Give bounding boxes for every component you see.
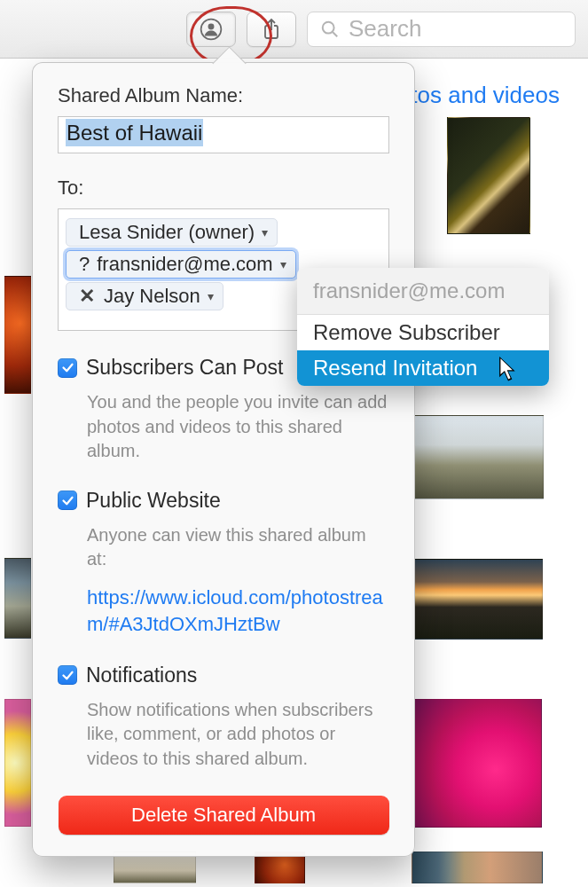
- toolbar: Search: [0, 0, 588, 59]
- photo-thumbnail[interactable]: [4, 276, 31, 394]
- search-placeholder: Search: [349, 15, 421, 43]
- photo-thumbnail[interactable]: [4, 558, 31, 639]
- notifications-checkbox[interactable]: [58, 665, 77, 685]
- photo-thumbnail[interactable]: [412, 415, 544, 499]
- notifications-help: Show notifications when subscribers like…: [87, 698, 389, 772]
- photo-thumbnail[interactable]: [412, 559, 543, 640]
- share-icon: [261, 18, 282, 41]
- public-website-section: Public Website Anyone can view this shar…: [58, 489, 389, 639]
- subscribers-checkbox[interactable]: [58, 358, 77, 378]
- public-website-checkbox[interactable]: [58, 491, 77, 510]
- subscribers-label: Subscribers Can Post: [86, 356, 283, 380]
- share-toolbar-button[interactable]: [247, 12, 296, 47]
- recipient-label: Jay Nelson: [104, 285, 200, 308]
- album-name-input[interactable]: Best of Hawaii: [58, 116, 389, 153]
- person-circle-icon: [200, 18, 223, 41]
- photo-thumbnail[interactable]: [412, 852, 543, 883]
- public-website-help: Anyone can view this shared album at:: [87, 523, 389, 572]
- photo-thumbnail[interactable]: [4, 699, 31, 827]
- chevron-down-icon: ▾: [262, 225, 268, 239]
- remove-icon: ✕: [79, 285, 95, 308]
- check-icon: [61, 494, 74, 507]
- add-photos-link[interactable]: tos and videos: [411, 82, 560, 109]
- subscribers-help: You and the people you invite can add ph…: [87, 390, 389, 464]
- photo-thumbnail[interactable]: [447, 117, 530, 234]
- to-label: To:: [58, 177, 389, 200]
- photo-thumbnail[interactable]: [411, 699, 542, 828]
- recipient-chip-pending[interactable]: ? fransnider@me.com ▾: [66, 250, 296, 279]
- svg-line-5: [333, 32, 337, 36]
- people-toolbar-button[interactable]: [186, 12, 236, 47]
- svg-point-1: [208, 23, 215, 29]
- recipient-label: fransnider@me.com: [97, 253, 272, 276]
- notifications-section: Notifications Show notifications when su…: [58, 663, 389, 772]
- search-field[interactable]: Search: [307, 12, 576, 47]
- recipient-label: Lesa Snider (owner): [79, 221, 255, 244]
- check-icon: [61, 669, 74, 682]
- chevron-down-icon: ▾: [280, 257, 286, 271]
- public-website-label: Public Website: [86, 489, 221, 513]
- remove-subscriber-item[interactable]: Remove Subscriber: [297, 315, 549, 350]
- chevron-down-icon: ▾: [208, 289, 214, 303]
- cursor-icon: [498, 356, 518, 383]
- shared-album-popover: Shared Album Name: Best of Hawaii To: Le…: [32, 62, 415, 857]
- search-icon: [320, 20, 340, 39]
- recipient-prefix: ?: [79, 253, 90, 276]
- notifications-label: Notifications: [86, 663, 197, 687]
- svg-point-4: [323, 21, 334, 33]
- album-name-label: Shared Album Name:: [58, 84, 389, 107]
- public-website-url[interactable]: https://www.icloud.com/photostream/#A3Jt…: [87, 585, 389, 639]
- check-icon: [61, 361, 74, 374]
- recipient-chip[interactable]: ✕ Jay Nelson ▾: [66, 282, 223, 310]
- album-name-value: Best of Hawaii: [66, 119, 203, 146]
- delete-shared-album-button[interactable]: Delete Shared Album: [59, 796, 389, 835]
- context-menu-header: fransnider@me.com: [297, 268, 549, 315]
- recipient-chip-owner[interactable]: Lesa Snider (owner) ▾: [66, 218, 278, 247]
